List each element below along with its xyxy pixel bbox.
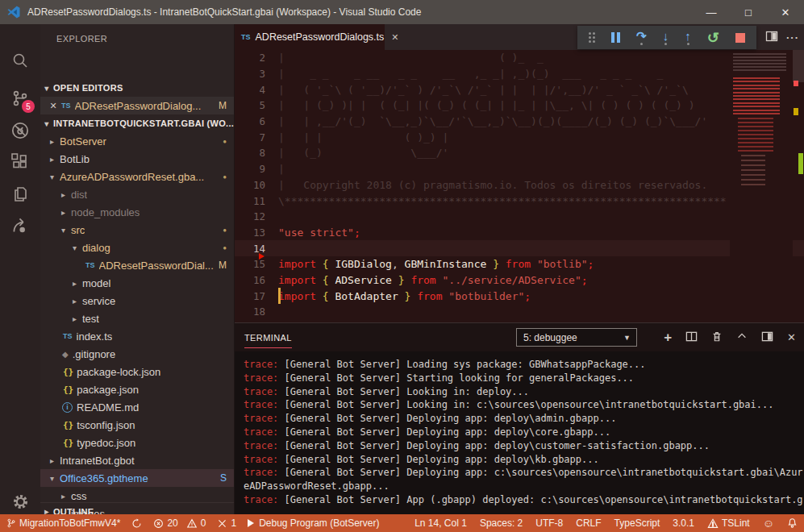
panel-position-icon[interactable]: [761, 330, 773, 345]
terminal-tab[interactable]: TERMINAL: [244, 326, 292, 348]
close-editor-icon[interactable]: ✕: [47, 101, 60, 111]
tree-item-node-modules[interactable]: ▸node_modules: [40, 203, 235, 221]
line-number[interactable]: 16: [235, 274, 278, 286]
code-line-3[interactable]: 3| _ _ _ __ _ _ __ ,_ _| ,_)(_) ___ _ _ …: [235, 66, 804, 82]
code-line-5[interactable]: 5| | (_) )| | ( (_| |( (_) ( (_| | |_ | …: [235, 98, 804, 114]
line-number[interactable]: 9: [235, 163, 278, 175]
terminal-output[interactable]: trace: [General Bot Server] Loading sys …: [244, 358, 804, 515]
code-line-17[interactable]: 17import { BotAdapter } from "botbuilder…: [235, 288, 804, 304]
new-terminal-icon[interactable]: +: [664, 330, 672, 346]
files-icon[interactable]: [0, 178, 40, 210]
code-line-18[interactable]: 18: [235, 304, 804, 320]
ts-version-item[interactable]: 3.0.1: [673, 517, 694, 529]
tree-item-package-lock-json[interactable]: {}package-lock.json: [40, 363, 235, 380]
problems-item[interactable]: 20 0: [153, 517, 206, 529]
tree-item-tsconfig-json[interactable]: {}tsconfig.json: [40, 416, 235, 434]
split-terminal-icon[interactable]: [685, 330, 698, 345]
code-line-9[interactable]: 9|: [235, 161, 804, 177]
tree-item-azureadpasswordreset-gba[interactable]: ▾AzureADPasswordReset.gba...●: [40, 168, 235, 185]
terminal-select[interactable]: 5: debuggee ▼: [516, 328, 637, 347]
tslint-item[interactable]: TSLint: [707, 517, 750, 529]
tasks-item[interactable]: 1: [217, 517, 236, 529]
source-control-icon[interactable]: 5: [0, 82, 40, 114]
tree-item-readme-md[interactable]: iREADME.md: [40, 398, 235, 416]
line-number[interactable]: 15: [235, 258, 278, 270]
code-line-13[interactable]: 13"use strict";: [235, 225, 804, 241]
encoding-item[interactable]: UTF-8: [535, 517, 563, 529]
notifications-bell-icon[interactable]: [787, 517, 798, 529]
tree-item-index-ts[interactable]: TSindex.ts: [40, 327, 235, 345]
tree-item-package-json[interactable]: {}package.json: [40, 380, 235, 398]
debug-icon[interactable]: [0, 114, 40, 147]
close-panel-icon[interactable]: ✕: [787, 331, 796, 343]
search-icon[interactable]: [0, 44, 40, 77]
code-line-2[interactable]: 2| ( )_ _: [235, 50, 804, 66]
code-line-14[interactable]: 14: [235, 240, 804, 256]
language-mode-item[interactable]: TypeScript: [614, 517, 660, 529]
step-out-button[interactable]: ↑: [685, 30, 691, 45]
minimize-button[interactable]: —: [693, 0, 730, 24]
tree-item-service[interactable]: ▸service: [40, 292, 235, 310]
maximize-panel-icon[interactable]: [736, 330, 748, 344]
open-editors-header[interactable]: ▾ OPEN EDITORS: [40, 79, 235, 97]
line-number[interactable]: 2: [235, 52, 278, 64]
code-line-7[interactable]: 7| | | ( )_) |: [235, 129, 804, 145]
step-over-button[interactable]: ↷: [636, 30, 647, 45]
step-into-button[interactable]: ↓: [663, 30, 669, 45]
line-number[interactable]: 5: [235, 99, 278, 111]
outline-header[interactable]: ▸ OUTLINE: [40, 502, 235, 514]
workspace-header[interactable]: ▾ INTRANETBOTQUICKSTART.GBAI (WO...: [40, 114, 235, 132]
open-editor-item[interactable]: ✕ TS ADResetPasswordDialog... M: [40, 97, 235, 114]
line-number[interactable]: 11: [235, 195, 278, 207]
tree-item-intranetbot-gbot[interactable]: ▸IntranetBot.gbot: [40, 451, 235, 469]
git-branch-item[interactable]: MigrationToBotFmwV4*: [6, 517, 120, 529]
settings-gear-icon[interactable]: [0, 485, 40, 517]
scrollbar-slider[interactable]: [793, 50, 804, 82]
kill-terminal-icon[interactable]: [711, 330, 723, 345]
tree-item-model[interactable]: ▸model: [40, 274, 235, 292]
code-editor[interactable]: 2| ( )_ _3| _ _ _ __ _ _ __ ,_ _| ,_)(_)…: [235, 50, 804, 322]
restart-button[interactable]: ↺: [707, 31, 719, 45]
code-line-10[interactable]: 10| Copyright 2018 (c) pragmatismo.io. T…: [235, 177, 804, 193]
tree-item-typedoc-json[interactable]: {}typedoc.json: [40, 434, 235, 451]
line-number[interactable]: 17: [235, 290, 278, 302]
minimap[interactable]: [730, 50, 793, 322]
code-line-4[interactable]: 4| ( '_`\ ( '__)/'_` ) /'_`\ /'_` | | | …: [235, 81, 804, 98]
line-number[interactable]: 10: [235, 179, 278, 191]
drag-handle-icon[interactable]: [589, 32, 595, 43]
tree-item-dist[interactable]: ▸dist: [40, 185, 235, 203]
code-line-6[interactable]: 6| | ,__/'(_) `\__,_)`\__/'`\__,_)`\__)(…: [235, 114, 804, 130]
code-line-16[interactable]: 16import { ADService } from "../service/…: [235, 272, 804, 289]
tree-item-gitignore[interactable]: ◆.gitignore: [40, 345, 235, 363]
pause-button[interactable]: [611, 32, 620, 43]
tree-item-office365-gbtheme[interactable]: ▾Office365.gbthemeS: [40, 469, 235, 487]
code-line-11[interactable]: 11\*************************************…: [235, 193, 804, 209]
indentation-item[interactable]: Spaces: 2: [480, 517, 523, 529]
tree-item-botlib[interactable]: ▸BotLib: [40, 150, 235, 168]
code-line-15[interactable]: 15import { IGBDialog, GBMinInstance } fr…: [235, 256, 804, 272]
overview-ruler[interactable]: [793, 50, 804, 322]
line-number[interactable]: 14: [235, 243, 278, 255]
cursor-position-item[interactable]: Ln 14, Col 1: [414, 517, 467, 529]
more-actions-icon[interactable]: ···: [786, 31, 799, 44]
eol-item[interactable]: CRLF: [576, 517, 601, 529]
share-icon[interactable]: [0, 210, 40, 242]
stop-button[interactable]: [735, 33, 745, 43]
line-number[interactable]: 13: [235, 227, 278, 239]
line-number[interactable]: 18: [235, 305, 278, 318]
sync-icon[interactable]: [131, 518, 142, 529]
tree-item-test[interactable]: ▸test: [40, 310, 235, 327]
tab-close-icon[interactable]: ✕: [391, 32, 398, 43]
close-button[interactable]: ✕: [767, 0, 804, 24]
split-editor-icon[interactable]: [765, 30, 778, 45]
tab-adresetpassworddialogs[interactable]: TS ADResetPasswordDialogs.ts ✕: [235, 24, 385, 50]
code-line-8[interactable]: 8| (_) \___/': [235, 145, 804, 161]
tree-item-adresetpassworddial[interactable]: TSADResetPasswordDial...M: [40, 256, 235, 274]
line-number[interactable]: 3: [235, 68, 278, 80]
debug-launch-item[interactable]: Debug Program (BotServer): [248, 517, 379, 529]
tree-item-botserver[interactable]: ▸BotServer●: [40, 132, 235, 150]
line-number[interactable]: 8: [235, 147, 278, 159]
code-line-12[interactable]: 12: [235, 209, 804, 225]
line-number[interactable]: 6: [235, 115, 278, 127]
extensions-icon[interactable]: [0, 147, 40, 179]
